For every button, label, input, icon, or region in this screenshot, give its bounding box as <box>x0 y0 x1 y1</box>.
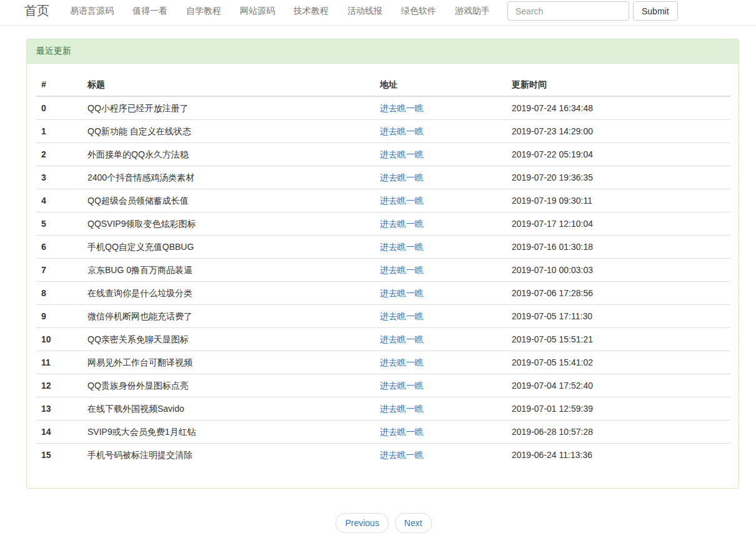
row-title: 手机号码被标注明提交清除 <box>82 444 375 467</box>
row-time: 2019-07-05 15:41:02 <box>507 351 730 374</box>
row-time: 2019-07-22 05:19:04 <box>507 143 730 166</box>
row-link-cell: 进去瞧一瞧 <box>375 143 507 166</box>
table-row: 15手机号码被标注明提交清除进去瞧一瞧2019-06-24 11:13:36 <box>36 444 730 467</box>
table-row: 12QQ贵族身份外显图标点亮进去瞧一瞧2019-07-04 17:52:40 <box>36 374 730 397</box>
recent-updates-panel: 最近更新 # 标题 地址 更新时间 0QQ小程序已经开放注册了进去瞧一瞧2019… <box>26 39 739 489</box>
row-link-cell: 进去瞧一瞧 <box>375 397 507 421</box>
visit-link[interactable]: 进去瞧一瞧 <box>380 219 424 229</box>
row-index: 13 <box>36 397 82 421</box>
search-input[interactable] <box>507 1 629 21</box>
row-link-cell: 进去瞧一瞧 <box>375 282 507 305</box>
table-header-row: # 标题 地址 更新时间 <box>36 73 730 96</box>
nav-brand-home[interactable]: 首页 <box>24 2 49 19</box>
nav-item-3[interactable]: 自学教程 <box>177 6 231 17</box>
row-link-cell: 进去瞧一瞧 <box>375 120 507 143</box>
visit-link[interactable]: 进去瞧一瞧 <box>380 288 424 298</box>
visit-link[interactable]: 进去瞧一瞧 <box>380 149 424 159</box>
nav-item-4[interactable]: 网站源码 <box>231 6 284 17</box>
row-link-cell: 进去瞧一瞧 <box>375 328 507 351</box>
row-time: 2019-06-24 11:13:36 <box>507 444 730 467</box>
visit-link[interactable]: 进去瞧一瞧 <box>380 242 424 252</box>
visit-link[interactable]: 进去瞧一瞧 <box>380 103 424 113</box>
visit-link[interactable]: 进去瞧一瞧 <box>380 196 424 206</box>
row-time: 2019-07-10 00:03:03 <box>507 259 730 282</box>
table-row: 4QQ超级会员领储蓄成长值进去瞧一瞧2019-07-19 09:30:11 <box>36 189 730 212</box>
row-index: 4 <box>36 189 82 212</box>
visit-link[interactable]: 进去瞧一瞧 <box>380 404 424 414</box>
row-title: QQSVIP9领取变色炫彩图标 <box>82 212 375 236</box>
next-button[interactable]: Next <box>395 513 432 533</box>
row-time: 2019-07-05 15:51:21 <box>507 328 730 351</box>
panel-title: 最近更新 <box>27 39 739 64</box>
row-title: 外面接单的QQ永久方法稳 <box>82 143 375 166</box>
row-time: 2019-07-23 14:29:00 <box>507 120 730 143</box>
row-time: 2019-07-05 17:11:30 <box>507 305 730 328</box>
nav-item-5[interactable]: 技术教程 <box>284 6 338 17</box>
nav-item-6[interactable]: 活动线报 <box>338 6 392 17</box>
table-row: 7京东BUG 0撸百万商品装逼进去瞧一瞧2019-07-10 00:03:03 <box>36 259 730 282</box>
submit-button[interactable]: Submit <box>633 1 678 21</box>
visit-link[interactable]: 进去瞧一瞧 <box>380 450 424 460</box>
nav-item-8[interactable]: 游戏助手 <box>445 6 499 17</box>
row-time: 2019-07-01 12:59:39 <box>507 397 730 421</box>
table-row: 6手机QQ自定义充值QBBUG进去瞧一瞧2019-07-16 01:30:18 <box>36 236 730 259</box>
row-link-cell: 进去瞧一瞧 <box>375 305 507 328</box>
pager: Previous Next <box>0 513 756 533</box>
row-time: 2019-07-16 01:30:18 <box>507 236 730 259</box>
row-time: 2019-07-04 17:52:40 <box>507 374 730 397</box>
row-index: 10 <box>36 328 82 351</box>
row-link-cell: 进去瞧一瞧 <box>375 444 507 467</box>
nav-item-7[interactable]: 绿色软件 <box>392 6 445 17</box>
row-index: 9 <box>36 305 82 328</box>
row-title: SVIP9或大会员免费1月红钻 <box>82 421 375 444</box>
row-link-cell: 进去瞧一瞧 <box>375 212 507 236</box>
nav-item-2[interactable]: 值得一看 <box>123 6 177 17</box>
visit-link[interactable]: 进去瞧一瞧 <box>380 311 424 321</box>
row-title: QQ超级会员领储蓄成长值 <box>82 189 375 212</box>
row-link-cell: 进去瞧一瞧 <box>375 189 507 212</box>
visit-link[interactable]: 进去瞧一瞧 <box>380 427 424 437</box>
row-index: 14 <box>36 421 82 444</box>
visit-link[interactable]: 进去瞧一瞧 <box>380 334 424 344</box>
visit-link[interactable]: 进去瞧一瞧 <box>380 126 424 136</box>
row-link-cell: 进去瞧一瞧 <box>375 421 507 444</box>
row-link-cell: 进去瞧一瞧 <box>375 166 507 189</box>
row-time: 2019-07-17 12:10:04 <box>507 212 730 236</box>
visit-link[interactable]: 进去瞧一瞧 <box>380 265 424 275</box>
col-header-time: 更新时间 <box>507 73 730 96</box>
row-index: 1 <box>36 120 82 143</box>
table-row: 5QQSVIP9领取变色炫彩图标进去瞧一瞧2019-07-17 12:10:04 <box>36 212 730 236</box>
table-row: 10QQ亲密关系免聊天显图标进去瞧一瞧2019-07-05 15:51:21 <box>36 328 730 351</box>
row-title: 微信停机断网也能充话费了 <box>82 305 375 328</box>
row-link-cell: 进去瞧一瞧 <box>375 96 507 120</box>
row-index: 12 <box>36 374 82 397</box>
row-title: QQ亲密关系免聊天显图标 <box>82 328 375 351</box>
row-time: 2019-07-20 19:36:35 <box>507 166 730 189</box>
visit-link[interactable]: 进去瞧一瞧 <box>380 357 424 367</box>
col-header-index: # <box>36 73 82 96</box>
row-title: QQ小程序已经开放注册了 <box>82 96 375 120</box>
table-row: 9微信停机断网也能充话费了进去瞧一瞧2019-07-05 17:11:30 <box>36 305 730 328</box>
nav-item-1[interactable]: 易语言源码 <box>61 6 123 17</box>
row-link-cell: 进去瞧一瞧 <box>375 236 507 259</box>
table-row: 2外面接单的QQ永久方法稳进去瞧一瞧2019-07-22 05:19:04 <box>36 143 730 166</box>
previous-button[interactable]: Previous <box>336 513 388 533</box>
table-row: 14SVIP9或大会员免费1月红钻进去瞧一瞧2019-06-28 10:57:2… <box>36 421 730 444</box>
table-row: 0QQ小程序已经开放注册了进去瞧一瞧2019-07-24 16:34:48 <box>36 96 730 120</box>
visit-link[interactable]: 进去瞧一瞧 <box>380 381 424 391</box>
row-time: 2019-07-06 17:28:56 <box>507 282 730 305</box>
search-form: Submit <box>507 1 678 21</box>
row-time: 2019-06-28 10:57:28 <box>507 421 730 444</box>
table-row: 32400个抖音情感鸡汤类素材进去瞧一瞧2019-07-20 19:36:35 <box>36 166 730 189</box>
row-title: QQ贵族身份外显图标点亮 <box>82 374 375 397</box>
row-title: 京东BUG 0撸百万商品装逼 <box>82 259 375 282</box>
row-title: 2400个抖音情感鸡汤类素材 <box>82 166 375 189</box>
panel-body: # 标题 地址 更新时间 0QQ小程序已经开放注册了进去瞧一瞧2019-07-2… <box>27 64 739 488</box>
row-index: 2 <box>36 143 82 166</box>
col-header-link: 地址 <box>375 73 507 96</box>
row-index: 0 <box>36 96 82 120</box>
row-index: 15 <box>36 444 82 467</box>
row-index: 3 <box>36 166 82 189</box>
row-link-cell: 进去瞧一瞧 <box>375 351 507 374</box>
visit-link[interactable]: 进去瞧一瞧 <box>380 172 424 182</box>
